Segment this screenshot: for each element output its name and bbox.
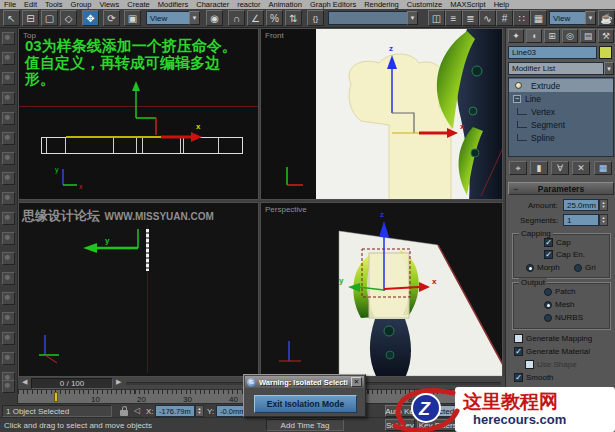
select-and-rotate-icon[interactable]: ⟳ (103, 10, 120, 26)
use-shape-label[interactable]: Use Shape (537, 360, 577, 369)
material-editor-icon[interactable]: ∷ (513, 10, 530, 26)
segments-spinner[interactable]: ▲▼ (599, 214, 608, 226)
menu-modifiers[interactable]: Modifiers (158, 0, 188, 9)
nurbs-label[interactable]: NURBS (555, 313, 583, 322)
render-setup-icon[interactable]: ▦ (530, 10, 547, 26)
menu-reactor[interactable]: reactor (237, 0, 260, 9)
named-selection-dropdown[interactable]: ▼ (328, 11, 408, 25)
mirror-icon[interactable]: ◫ (428, 10, 445, 26)
time-slider-handle[interactable]: 0 / 100 (31, 378, 113, 389)
fence-select-region-icon[interactable]: ◇ (60, 10, 77, 26)
cap-label[interactable]: Cap (556, 238, 571, 247)
segments-field[interactable]: 1 (563, 214, 599, 226)
select-by-name-icon[interactable]: ⊟ (22, 10, 39, 26)
x-coord-field[interactable]: -176.79m (155, 405, 195, 417)
generate-mapping-checkbox[interactable]: ✓ (514, 334, 523, 343)
menu-edit[interactable]: Edit (24, 0, 37, 9)
left-panel-icon[interactable] (2, 172, 15, 185)
modify-tab-icon[interactable]: ◖ (526, 29, 542, 43)
select-and-move-icon[interactable]: ✥ (82, 10, 99, 26)
pin-stack-icon[interactable]: ⌖ (509, 161, 527, 175)
cap-end-checkbox[interactable]: ✓ (544, 250, 553, 259)
hierarchy-tab-icon[interactable]: ⊞ (544, 29, 560, 43)
left-panel-icon[interactable] (2, 332, 15, 345)
menu-tools[interactable]: Tools (45, 0, 63, 9)
left-panel-icon[interactable] (2, 72, 15, 85)
left-panel-icon[interactable] (2, 352, 15, 365)
patch-label[interactable]: Patch (555, 287, 575, 296)
x-coord-spinner[interactable]: ▲▼ (195, 405, 204, 417)
snaps-toggle-icon[interactable]: ∩ (228, 10, 245, 26)
left-panel-icon[interactable] (2, 252, 15, 265)
chevron-down-icon[interactable]: ▼ (604, 62, 614, 75)
cap-checkbox[interactable]: ✓ (544, 238, 553, 247)
left-panel-icon[interactable] (2, 232, 15, 245)
schematic-view-icon[interactable]: # (496, 10, 513, 26)
amount-spinner[interactable]: ▲▼ (599, 199, 608, 211)
stack-item-extrude[interactable]: Extrude (509, 79, 613, 92)
left-panel-icon[interactable] (2, 32, 15, 45)
morph-label[interactable]: Morph (537, 263, 560, 272)
add-time-tag-button[interactable]: Add Time Tag (266, 419, 344, 431)
chevron-down-icon[interactable]: ▼ (585, 11, 596, 25)
left-panel-icon[interactable] (2, 380, 15, 393)
viewport-front[interactable]: Front z (260, 28, 503, 200)
morph-radio[interactable] (526, 264, 534, 272)
left-panel-icon[interactable] (2, 92, 15, 105)
left-panel-icon[interactable] (2, 192, 15, 205)
left-panel-icon[interactable] (2, 212, 15, 225)
remove-modifier-icon[interactable]: ✕ (572, 161, 590, 175)
angle-snap-icon[interactable]: ∠ (247, 10, 264, 26)
generate-mapping-label[interactable]: Generate Mapping (526, 334, 592, 343)
spinner-snap-icon[interactable]: ⇅ (285, 10, 302, 26)
named-selection-sets-icon[interactable]: {} (307, 10, 324, 26)
modifier-list-dropdown[interactable]: Modifier List (508, 62, 604, 75)
left-panel-icon[interactable] (2, 112, 15, 125)
rect-select-region-icon[interactable]: ▢ (41, 10, 58, 26)
cap-end-label[interactable]: Cap En. (556, 250, 585, 259)
nurbs-radio[interactable] (544, 314, 552, 322)
left-panel-icon[interactable] (2, 152, 15, 165)
absolute-mode-icon[interactable]: ◁ (134, 406, 140, 415)
menu-rendering[interactable]: Rendering (364, 0, 399, 9)
menu-views[interactable]: Views (99, 0, 119, 9)
collapse-icon[interactable]: − (513, 184, 518, 194)
quick-render-icon[interactable]: ☕ (598, 10, 615, 26)
object-name-field[interactable]: Line03 (508, 46, 597, 59)
menu-animation[interactable]: Animation (269, 0, 302, 9)
layer-manager-icon[interactable]: ≣ (462, 10, 479, 26)
frame-marker[interactable] (54, 392, 58, 402)
expand-icon[interactable]: − (513, 95, 521, 103)
curve-editor-icon[interactable]: ∿ (479, 10, 496, 26)
menu-file[interactable]: File (4, 0, 16, 9)
align-icon[interactable]: ≡ (445, 10, 462, 26)
viewport-left[interactable]: 思缘设计论坛 WWW.MISSYUAN.COM y (18, 202, 259, 377)
left-panel-icon[interactable] (2, 292, 15, 305)
object-color-swatch[interactable] (599, 46, 612, 59)
left-panel-icon[interactable] (2, 132, 15, 145)
configure-modifier-sets-icon[interactable]: ▦ (594, 161, 612, 175)
stack-item-segment[interactable]: Segment (509, 118, 613, 131)
prev-frame-icon[interactable]: ◀ (22, 378, 27, 386)
left-panel-icon[interactable] (2, 312, 15, 325)
viewport-perspective-label[interactable]: Perspective (265, 205, 307, 214)
create-tab-icon[interactable]: ✦ (508, 29, 524, 43)
viewport-perspective[interactable]: Perspective z y (260, 202, 503, 377)
amount-field[interactable]: 25.0mm (563, 199, 599, 211)
modifier-enabled-icon[interactable] (515, 82, 522, 89)
lock-icon[interactable] (120, 410, 128, 416)
menu-help[interactable]: Help (494, 0, 509, 9)
menu-character[interactable]: Character (196, 0, 229, 9)
use-pivot-center-icon[interactable]: ◉ (206, 10, 223, 26)
smooth-label[interactable]: Smooth (526, 373, 554, 382)
menu-group[interactable]: Group (71, 0, 92, 9)
next-frame-icon[interactable]: ▶ (116, 378, 121, 386)
chevron-down-icon[interactable]: ▼ (407, 11, 418, 25)
exit-isolation-mode-button[interactable]: Exit Isolation Mode (254, 395, 357, 413)
chevron-down-icon[interactable]: ▼ (189, 11, 200, 25)
render-type-dropdown[interactable]: View ▼ (549, 11, 586, 25)
stack-item-vertex[interactable]: Vertex (509, 105, 613, 118)
patch-radio[interactable] (544, 288, 552, 296)
grid-radio[interactable] (574, 264, 582, 272)
grid-label[interactable]: Gri (585, 263, 596, 272)
